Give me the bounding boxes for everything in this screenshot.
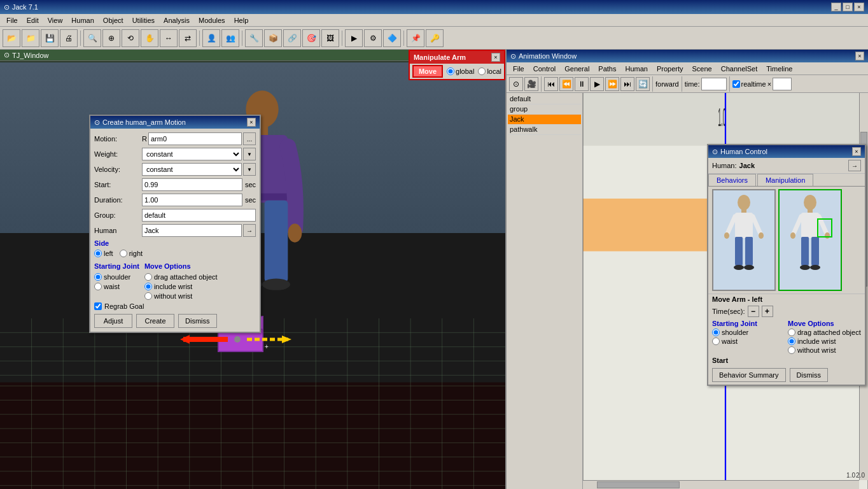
without-wrist-radio[interactable]	[144, 292, 152, 300]
create-arm-close[interactable]: ×	[247, 118, 256, 127]
anim-step-back[interactable]: ⏪	[559, 77, 573, 91]
human-control-close[interactable]: ×	[852, 147, 861, 156]
anim-toolbar-btn1[interactable]: ⊙	[509, 77, 523, 91]
global-radio-label[interactable]: global	[447, 67, 474, 75]
anim-menu-scene[interactable]: Scene	[689, 64, 716, 74]
tab-manipulation[interactable]: Manipulation	[757, 174, 813, 186]
toolbar-human-add[interactable]: 👤	[202, 29, 220, 47]
waist-radio-label-hc[interactable]: waist	[712, 337, 785, 345]
menu-edit[interactable]: Edit	[23, 15, 43, 25]
tab-behaviors[interactable]: Behaviors	[708, 174, 756, 186]
time-plus-btn[interactable]: +	[762, 306, 773, 317]
without-wrist-radio-label-hc[interactable]: without wrist	[788, 346, 861, 354]
toolbar-arrow[interactable]: ⇄	[179, 29, 197, 47]
menu-analysis[interactable]: Analysis	[160, 15, 193, 25]
anim-menu-general[interactable]: General	[561, 64, 593, 74]
include-wrist-radio-label[interactable]: include wrist	[144, 283, 218, 290]
anim-menu-timeline[interactable]: Timeline	[762, 64, 796, 74]
anim-loop[interactable]: 🔄	[636, 77, 650, 91]
anim-play[interactable]: ▶	[590, 77, 604, 91]
anim-menu-paths[interactable]: Paths	[594, 64, 620, 74]
toolbar-play[interactable]: ▶	[345, 29, 363, 47]
waist-radio-hc[interactable]	[712, 337, 720, 345]
toolbar-frame[interactable]: 🖼	[321, 29, 339, 47]
menu-modules[interactable]: Modules	[195, 15, 229, 25]
toolbar-pan[interactable]: ✋	[141, 29, 158, 47]
manipulate-arm-close[interactable]: ×	[491, 53, 500, 62]
toolbar-box[interactable]: 📦	[264, 29, 282, 47]
toolbar-save[interactable]: 💾	[41, 29, 59, 47]
toolbar-open[interactable]: 📂	[3, 29, 20, 47]
behavior-summary-button[interactable]: Behavior Summary	[712, 368, 786, 382]
anim-step-fwd[interactable]: ⏩	[605, 77, 619, 91]
toolbar-print[interactable]: 🖨	[60, 29, 78, 47]
realtime-checkbox[interactable]	[732, 80, 740, 88]
weight-select[interactable]: constant	[142, 148, 242, 160]
toolbar-human-edit[interactable]: 👥	[221, 29, 239, 47]
menu-view[interactable]: View	[44, 15, 67, 25]
toolbar-gear[interactable]: ⚙	[364, 29, 382, 47]
anim-toolbar-btn2[interactable]: 🎥	[524, 77, 538, 91]
toolbar-wrench[interactable]: 🔧	[245, 29, 263, 47]
minimize-button[interactable]: _	[831, 3, 841, 11]
left-radio[interactable]	[94, 250, 102, 257]
local-radio-label[interactable]: local	[478, 67, 501, 75]
motion-input[interactable]	[148, 132, 242, 145]
shoulder-radio-label[interactable]: shoulder	[94, 273, 139, 281]
menu-object[interactable]: Object	[99, 15, 127, 25]
anim-menu-file[interactable]: File	[509, 64, 528, 74]
realtime-value-input[interactable]: 1.0	[773, 78, 792, 90]
toolbar-extra2[interactable]: 🔑	[426, 29, 444, 47]
motion-pick-btn[interactable]: ...	[243, 132, 256, 145]
toolbar-move[interactable]: ↔	[160, 29, 178, 47]
hc-dismiss-button[interactable]: Dismiss	[790, 368, 829, 382]
drag-radio-label[interactable]: drag attached object	[144, 273, 218, 281]
shoulder-radio[interactable]	[94, 273, 102, 281]
velocity-dropdown-btn[interactable]: ▼	[243, 163, 256, 176]
group-input[interactable]	[142, 209, 256, 222]
human-pick-btn[interactable]: →	[243, 224, 256, 237]
anim-menu-control[interactable]: Control	[529, 64, 559, 74]
duration-input[interactable]	[142, 194, 242, 206]
title-bar-controls[interactable]: _ □ ×	[831, 3, 864, 11]
anim-fast-fwd[interactable]: ⏭	[620, 77, 634, 91]
timeline-scrollbar-h[interactable]	[583, 480, 859, 489]
shoulder-radio-label-hc[interactable]: shoulder	[712, 329, 785, 336]
anim-menu-human[interactable]: Human	[621, 64, 651, 74]
local-radio[interactable]	[478, 67, 486, 75]
create-dismiss-button[interactable]: Dismiss	[178, 314, 217, 328]
drag-radio[interactable]	[144, 273, 152, 281]
left-radio-label[interactable]: left	[94, 250, 113, 257]
menu-human[interactable]: Human	[67, 15, 97, 25]
toolbar-shape[interactable]: 🔷	[383, 29, 401, 47]
drag-radio-hc[interactable]	[788, 329, 795, 336]
create-button[interactable]: Create	[136, 314, 174, 328]
include-wrist-radio-hc[interactable]	[788, 337, 795, 345]
adjust-button[interactable]: Adjust	[94, 314, 132, 328]
toolbar-link[interactable]: 🔗	[283, 29, 301, 47]
timeline-scroll-thumb-h[interactable]	[597, 481, 680, 488]
drag-radio-label-hc[interactable]: drag attached object	[788, 329, 861, 336]
toolbar-search[interactable]: 🔍	[83, 29, 101, 47]
anim-rewind[interactable]: ⏮	[544, 77, 558, 91]
waist-radio[interactable]	[94, 283, 102, 290]
global-radio[interactable]	[447, 67, 454, 75]
regrab-goal-checkbox[interactable]	[94, 302, 102, 310]
shoulder-radio-hc[interactable]	[712, 329, 720, 336]
right-radio-label[interactable]: right	[120, 250, 143, 257]
anim-pause[interactable]: ⏸	[575, 77, 589, 91]
without-wrist-radio-label[interactable]: without wrist	[144, 292, 218, 300]
toolbar-extra1[interactable]: 📌	[407, 29, 424, 47]
anim-time-input[interactable]: 1.00	[701, 78, 727, 90]
waist-radio-label[interactable]: waist	[94, 283, 139, 290]
weight-dropdown-btn[interactable]: ▼	[243, 148, 256, 160]
start-input[interactable]	[142, 178, 242, 191]
toolbar-target[interactable]: 🎯	[302, 29, 320, 47]
anim-menu-property[interactable]: Property	[653, 64, 687, 74]
close-button[interactable]: ×	[854, 3, 864, 11]
time-minus-btn[interactable]: −	[748, 306, 759, 317]
menu-file[interactable]: File	[3, 15, 22, 25]
toolbar-rotate[interactable]: ⟲	[122, 29, 139, 47]
human-field-input[interactable]	[142, 224, 242, 237]
velocity-select[interactable]: constant	[142, 163, 242, 176]
